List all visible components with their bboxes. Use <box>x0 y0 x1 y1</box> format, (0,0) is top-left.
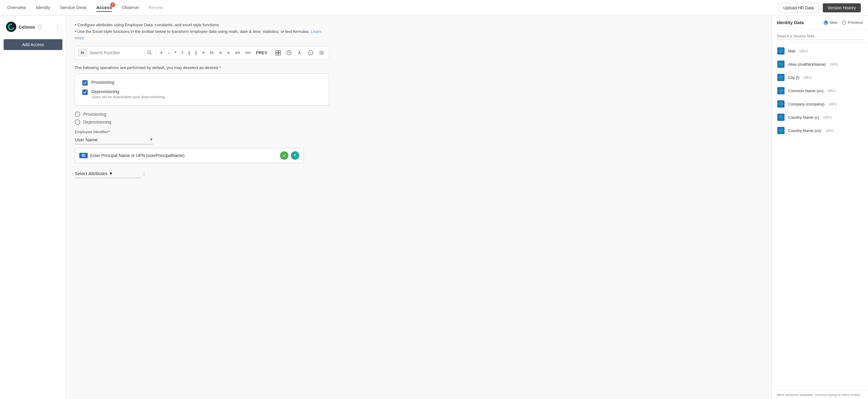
nav-service-desk[interactable]: Service Desk <box>60 4 87 12</box>
azure-ad-icon <box>777 126 785 135</box>
sidebar-menu-icon[interactable]: ⋮ <box>55 24 60 30</box>
grid-icon[interactable] <box>274 49 282 57</box>
plus-operator[interactable]: + <box>158 49 164 56</box>
panel-list-item[interactable]: Country Name (c) (abc) <box>772 111 868 124</box>
svg-point-12 <box>282 153 286 158</box>
radio-previous[interactable]: Previous <box>842 20 863 25</box>
svg-rect-4 <box>276 53 278 55</box>
deprovisioning-label: Deprovisioning <box>91 89 166 94</box>
svg-point-11 <box>319 51 324 55</box>
formula-bar: fx + - * / ( ) = != > < <= >= PREV <box>75 46 329 59</box>
input-value[interactable]: |User Principal Name or UPN (userPrincip… <box>90 153 280 158</box>
panel-item-name: Alias (mailNickName) <box>788 62 826 67</box>
nav-access-badge: ! <box>110 2 115 7</box>
text-icon[interactable]: A <box>296 49 304 57</box>
open-paren-operator[interactable]: ( <box>187 49 191 56</box>
greater-operator[interactable]: > <box>218 49 223 56</box>
panel-item-name: Country Name (c) <box>788 115 819 120</box>
restrict-deprovisioning-row: Deprovisioning <box>75 119 329 125</box>
restrict-provisioning-label: Provisioning <box>83 112 106 117</box>
employee-identifier-arrow: ▼ <box>150 137 153 142</box>
celonis-logo <box>6 22 16 32</box>
panel-item-name: Common Name (cn) <box>788 89 824 93</box>
restrict-provisioning-row: Provisioning <box>75 112 329 117</box>
panel-title: Identity Data <box>777 20 804 25</box>
svg-text:A: A <box>298 51 301 55</box>
top-nav: Overview Identity Service Desk Access ! … <box>0 0 868 16</box>
info-icon[interactable]: i <box>307 49 315 57</box>
panel-search-input[interactable] <box>777 33 863 40</box>
azure-ad-icon <box>777 100 785 108</box>
right-panel: Identity Data New Previous <box>772 16 868 399</box>
divide-operator[interactable]: / <box>181 49 185 56</box>
restrict-provisioning-icon <box>75 112 80 117</box>
nav-actions: Upload HR Data Version History <box>778 3 861 13</box>
radio-previous-label: Previous <box>848 20 863 25</box>
content-area: • Configure attributes using Employee Da… <box>66 16 338 184</box>
less-operator[interactable]: < <box>226 49 231 56</box>
panel-list-item[interactable]: Company (company) (abc) <box>772 97 868 111</box>
svg-line-1 <box>150 53 151 55</box>
azure-ad-icon <box>777 47 785 55</box>
input-refresh-button[interactable] <box>291 151 299 160</box>
radio-previous-circle <box>842 21 846 25</box>
nav-observe[interactable]: Observe <box>122 4 139 12</box>
input-icons <box>280 151 299 160</box>
gte-operator[interactable]: >= <box>244 49 252 56</box>
sidebar-brand: Celonis i ⋮ <box>4 21 62 33</box>
azure-ad-icon <box>777 73 785 82</box>
nav-identity[interactable]: Identity <box>36 4 50 12</box>
version-history-button[interactable]: Version History <box>823 3 861 12</box>
radio-new[interactable]: New <box>824 20 837 25</box>
select-attributes-dropdown[interactable]: Select Attributes ▼ <box>75 169 141 178</box>
nav-overview[interactable]: Overview <box>7 4 26 12</box>
svg-point-10 <box>321 52 322 54</box>
employee-identifier-select[interactable]: User Name ▼ <box>75 135 153 144</box>
azure-ad-icon <box>777 113 785 121</box>
employee-identifier-label: Employee Identifier* <box>75 130 329 134</box>
multiply-operator[interactable]: * <box>173 49 178 56</box>
svg-rect-3 <box>278 50 281 53</box>
search-icon[interactable] <box>146 49 153 56</box>
fx-label: fx <box>78 49 87 56</box>
radio-group: New Previous <box>824 20 863 25</box>
panel-item-name: Company (company) <box>788 102 825 106</box>
panel-item-type: (abc) <box>804 75 812 80</box>
equals-operator[interactable]: = <box>201 49 206 56</box>
provisioning-row: Provisioning <box>82 80 321 86</box>
search-function-input[interactable] <box>90 50 144 55</box>
select-attributes-row: Select Attributes ▼ : <box>75 169 329 178</box>
panel-list: Mail (abc) Alias (mailNickName) (abc) <box>772 43 868 390</box>
panel-item-type: (abc) <box>826 128 834 132</box>
minus-operator[interactable]: - <box>166 49 171 56</box>
upload-hr-button[interactable]: Upload HR Data <box>778 3 819 13</box>
brand-info-icon[interactable]: i <box>38 25 42 29</box>
panel-list-item[interactable]: Mail (abc) <box>772 44 868 58</box>
select-attributes-colon: : <box>144 171 145 176</box>
panel-list-item[interactable]: Country Name (co) (abc) <box>772 124 868 137</box>
svg-rect-5 <box>278 53 281 55</box>
nav-review[interactable]: Review <box>149 4 163 12</box>
panel-list-item[interactable]: City (l) (abc) <box>772 71 868 84</box>
radio-new-circle <box>824 21 828 25</box>
provisioning-checkbox[interactable] <box>82 80 88 86</box>
svg-text:i: i <box>310 51 311 55</box>
panel-list-item[interactable]: Alias (mailNickName) (abc) <box>772 58 868 71</box>
info-bullets: • Configure attributes using Employee Da… <box>75 22 329 41</box>
close-paren-operator[interactable]: ) <box>194 49 198 56</box>
panel-search <box>772 30 868 43</box>
provisioning-label: Provisioning <box>91 80 114 85</box>
input-row: ID |User Principal Name or UPN (userPrin… <box>75 148 304 163</box>
deprovisioning-row: Deprovisioning Users will be deactivated… <box>82 89 321 99</box>
lte-operator[interactable]: <= <box>234 49 241 56</box>
panel-list-item[interactable]: Common Name (cn) (abc) <box>772 84 868 97</box>
nav-access[interactable]: Access ! <box>96 4 112 12</box>
add-access-button[interactable]: Add Access <box>4 39 62 50</box>
not-equals-operator[interactable]: != <box>209 49 216 56</box>
settings-icon[interactable] <box>317 49 326 57</box>
deprovisioning-checkbox[interactable] <box>82 90 88 95</box>
select-attributes-label: Select Attributes <box>75 171 107 176</box>
input-confirm-button[interactable] <box>280 151 288 160</box>
prev-operator[interactable]: PREV <box>254 49 269 56</box>
clock-icon[interactable] <box>285 49 293 57</box>
